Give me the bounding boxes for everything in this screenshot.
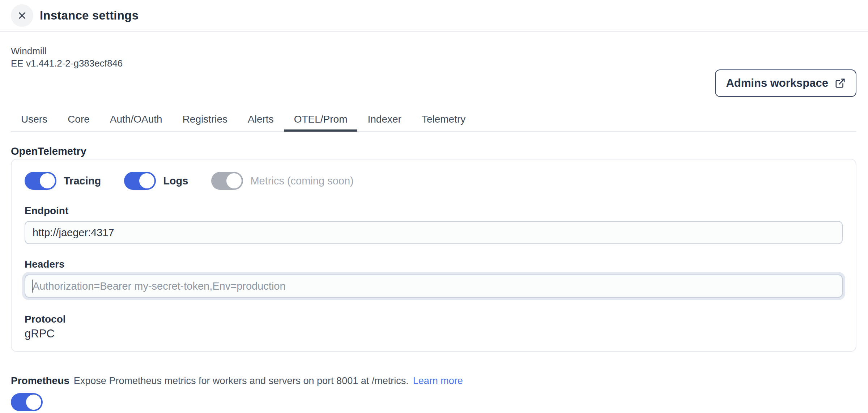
endpoint-input-wrap [25,221,843,244]
endpoint-label: Endpoint [25,205,843,217]
tab-otel-prom[interactable]: OTEL/Prom [284,109,358,131]
tab-users[interactable]: Users [11,109,58,131]
metrics-toggle [211,172,243,190]
page-title: Instance settings [40,9,139,22]
tab-core[interactable]: Core [58,109,100,131]
admins-workspace-row: Admins workspace [11,69,856,97]
instance-name: Windmill [11,45,856,57]
toggle-knob [139,173,154,188]
prometheus-row: Prometheus Expose Prometheus metrics for… [11,375,856,387]
headers-input[interactable] [25,274,843,298]
admins-workspace-button[interactable]: Admins workspace [715,69,856,97]
settings-tabs: Users Core Auth/OAuth Registries Alerts … [11,109,856,132]
toggle-knob [40,173,55,188]
tab-registries[interactable]: Registries [173,109,238,131]
external-link-icon [835,78,846,89]
metrics-toggle-label: Metrics (coming soon) [250,175,353,187]
prometheus-section-title: Prometheus [11,375,69,387]
headers-label: Headers [25,259,843,270]
opentelemetry-card: Tracing Logs Metrics (coming soon) Endpo… [11,159,856,352]
prometheus-description: Expose Prometheus metrics for workers an… [74,375,409,387]
protocol-field: Protocol gRPC [25,314,843,340]
headers-field: Headers [25,259,843,298]
close-icon [17,10,27,21]
toggle-knob [226,173,242,188]
tab-alerts[interactable]: Alerts [238,109,284,131]
otel-toggle-row: Tracing Logs Metrics (coming soon) [25,172,843,190]
tracing-toggle-group: Tracing [25,172,101,190]
prometheus-toggle[interactable] [11,393,43,411]
topbar: Instance settings [0,0,868,32]
toggle-knob [26,395,41,410]
logs-toggle-group: Logs [124,172,188,190]
admins-workspace-label: Admins workspace [726,77,828,90]
headers-input-wrap [25,274,843,298]
text-caret [32,280,33,293]
opentelemetry-section-title: OpenTelemetry [11,145,856,157]
instance-version-block: Windmill EE v1.441.2-2-g383ecf846 [11,45,856,69]
protocol-value: gRPC [25,327,843,340]
logs-toggle[interactable] [124,172,156,190]
endpoint-input[interactable] [25,221,843,244]
logs-toggle-label: Logs [163,175,188,187]
instance-version: EE v1.441.2-2-g383ecf846 [11,57,856,69]
tab-telemetry[interactable]: Telemetry [412,109,476,131]
prometheus-learn-more-link[interactable]: Learn more [413,375,463,387]
close-button[interactable] [11,4,33,27]
metrics-toggle-group: Metrics (coming soon) [211,172,353,190]
tracing-toggle-label: Tracing [64,175,101,187]
tab-indexer[interactable]: Indexer [357,109,411,131]
tracing-toggle[interactable] [25,172,56,190]
tab-auth-oauth[interactable]: Auth/OAuth [100,109,173,131]
protocol-label: Protocol [25,314,843,325]
settings-content: Windmill EE v1.441.2-2-g383ecf846 Admins… [0,45,868,413]
endpoint-field: Endpoint [25,205,843,244]
